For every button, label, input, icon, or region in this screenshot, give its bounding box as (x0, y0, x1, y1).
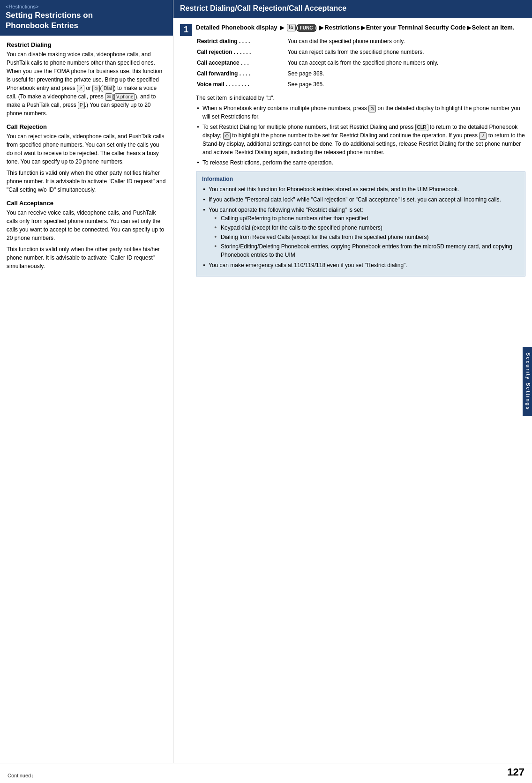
table-row: Call rejection . . . . . . You can rejec… (197, 47, 525, 57)
clr-btn: CLR (415, 124, 428, 131)
info-header: Information (202, 176, 519, 182)
call-acceptance-text1: You can receive voice calls, videophone … (7, 209, 166, 242)
term-call-forwarding: Call forwarding . . . . (197, 69, 287, 79)
term-voice-mail: Voice mail . . . . . . . . (197, 80, 287, 89)
breadcrumb: <Restrictions> (6, 4, 167, 9)
func-button: FUNC (298, 24, 315, 32)
list-item: To release Restrictions, perform the sam… (196, 158, 525, 167)
def-call-acceptance: You can accept calls from the specified … (288, 58, 525, 68)
sub-list-item: Dialing from Received Calls (except for … (214, 233, 519, 241)
term-call-rejection: Call rejection . . . . . . (197, 47, 287, 57)
sub-list-item: Storing/Editing/Deleting Phonebook entri… (214, 242, 519, 259)
nav-icon: ⊙ (368, 105, 376, 112)
sub-list-item: Calling up/Referring to phone numbers ot… (214, 214, 519, 223)
triangle-icon-1: ▶ (280, 24, 284, 31)
detailed-phonebook-text: Detailed Phonebook display (196, 24, 277, 31)
step-row: 1 Detailed Phonebook display ▶ i☆(FUNC) … (180, 23, 525, 277)
list-item: When a Phonebook entry contains multiple… (196, 104, 525, 121)
page-footer: Continued↓ 127 (0, 763, 532, 783)
right-column: Restrict Dialing/Call Rejection/Call Acc… (173, 0, 532, 763)
page-number: 127 (507, 766, 525, 778)
call-acceptance-heading: Call Acceptance (7, 200, 166, 207)
send-icon: ↗ (77, 85, 84, 92)
info-box: Information You cannot set this function… (196, 172, 525, 276)
table-row: Voice mail . . . . . . . . See page 365. (197, 80, 525, 89)
info-item: You cannot set this function for Phonebo… (202, 185, 519, 194)
info-item: You cannot operate the following while "… (202, 206, 519, 259)
info-item: You can make emergency calls at 110/119/… (202, 261, 519, 269)
left-header: <Restrictions> Setting Restrictions on P… (0, 0, 173, 36)
continued-label: Continued↓ (7, 773, 34, 778)
table-row: Restrict dialing . . . . You can dial th… (197, 37, 525, 46)
table-row: Call acceptance . . . You can accept cal… (197, 58, 525, 68)
step-number: 1 (180, 24, 192, 36)
vphone-icon: V.phone (114, 93, 135, 101)
left-heading: Setting Restrictions on Phonebook Entrie… (6, 10, 167, 31)
right-header: Restrict Dialing/Call Rejection/Call Acc… (173, 0, 532, 18)
video-icon: ✉ (105, 93, 112, 101)
call-rejection-text2: This function is valid only when the oth… (7, 169, 166, 194)
def-call-rejection: You can reject calls from the specified … (288, 47, 525, 57)
triangle-icon-2: ▶ (319, 24, 323, 31)
restrict-dialing-text: You can disable making voice calls, vide… (7, 50, 166, 118)
call-rejection-text1: You can reject voice calls, videophone c… (7, 132, 166, 166)
right-body: 1 Detailed Phonebook display ▶ i☆(FUNC) … (173, 18, 532, 285)
sub-list-item: Keypad dial (except for the calls to the… (214, 224, 519, 232)
call-acceptance-text2: This function is valid only when the oth… (7, 245, 166, 270)
left-body: Restrict Dialing You can disable making … (0, 36, 173, 279)
info-sub-list: Calling up/Referring to phone numbers ot… (214, 214, 519, 259)
def-restrict-dialing: You can dial the specified phone numbers… (288, 37, 525, 46)
dial-btn: ⊙ (92, 85, 100, 92)
side-tab: Security Settings (523, 347, 532, 416)
def-call-forwarding: See page 368. (288, 69, 525, 79)
ptalk-icon: P (78, 102, 85, 109)
select-item-text: Select an item. (472, 24, 515, 31)
definition-table: Restrict dialing . . . . You can dial th… (196, 36, 525, 90)
bullet-list: When a Phonebook entry contains multiple… (196, 104, 525, 167)
triangle-icon-4: ▶ (467, 24, 471, 31)
left-column: <Restrictions> Setting Restrictions on P… (0, 0, 173, 763)
term-restrict-dialing: Restrict dialing . . . . (197, 37, 287, 46)
i-star-icon: i☆ (287, 24, 296, 31)
page-wrapper: <Restrictions> Setting Restrictions on P… (0, 0, 532, 763)
restrictions-text: Restrictions (324, 24, 360, 31)
term-call-acceptance: Call acceptance . . . (197, 58, 287, 68)
step-content: Detailed Phonebook display ▶ i☆(FUNC) ▶R… (196, 23, 525, 277)
info-item: If you activate "Personal data lock" whi… (202, 195, 519, 204)
nav-icon-2: ⊙ (223, 132, 231, 140)
info-bullet-list: You cannot set this function for Phonebo… (202, 185, 519, 269)
restrict-dialing-heading: Restrict Dialing (7, 41, 166, 48)
table-row: Call forwarding . . . . See page 368. (197, 69, 525, 79)
enter-terminal-text: Enter your Terminal Security Code (366, 24, 466, 31)
def-voice-mail: See page 365. (288, 80, 525, 89)
step-instruction: Detailed Phonebook display ▶ i☆(FUNC) ▶R… (196, 23, 525, 32)
dial-label: Dial (102, 85, 113, 92)
end-btn: ↗ (479, 132, 487, 140)
set-item-note: The set item is indicated by "□". (196, 94, 525, 102)
call-rejection-heading: Call Rejection (7, 123, 166, 130)
list-item: To set Restrict Dialing for multiple pho… (196, 123, 525, 157)
triangle-icon-3: ▶ (361, 24, 365, 31)
